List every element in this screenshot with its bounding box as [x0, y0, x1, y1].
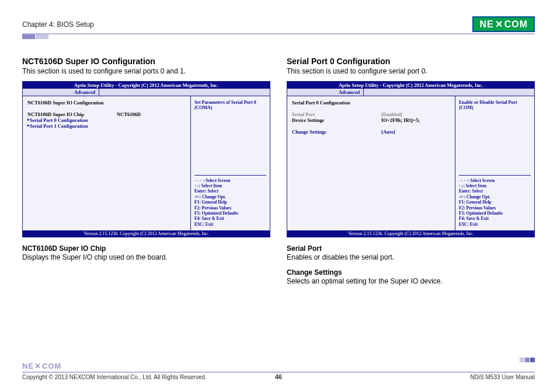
copyright-text: Copyright © 2013 NEXCOM International Co… — [22, 374, 207, 380]
section-title: NCT6106D Super IO Configuration — [22, 57, 270, 66]
section-subtitle: This section is used to configure serial… — [287, 67, 535, 75]
bios-help-text: Enable or Disable Serial Port (COM) — [459, 100, 531, 175]
bios-tab-advanced[interactable]: Advanced — [335, 89, 364, 96]
brand-logo: NE✕COM — [472, 16, 535, 32]
bios-row: Device Settings — [292, 117, 381, 123]
desc-text: Selects an optimal setting for the Super… — [287, 277, 535, 285]
page-number: 46 — [275, 373, 282, 380]
bios-screenshot-left: Aptio Setup Utility - Copyright (C) 2012… — [22, 81, 270, 237]
bios-help-text: Set Parameters of Serial Port 0 (COMA) — [194, 100, 266, 175]
footer-logo: NE✕COM — [22, 362, 535, 370]
decoration — [22, 34, 35, 39]
chapter-label: Chapter 4: BIOS Setup — [22, 20, 94, 29]
bios-screenshot-right: Aptio Setup Utility - Copyright (C) 2012… — [287, 81, 535, 237]
desc-heading: NCT6106D Super IO Chip — [22, 244, 270, 253]
desc-heading: Change Settings — [287, 268, 535, 276]
bios-tab-advanced[interactable]: Advanced — [71, 89, 99, 96]
bios-footer: Version 2.15.1236. Copyright (C) 2012 Am… — [287, 230, 534, 237]
section-title: Serial Port 0 Configuration — [287, 57, 535, 66]
decoration — [520, 358, 535, 362]
bios-row-link[interactable]: Serial Port 0 Configuration — [30, 117, 186, 123]
section-subtitle: This section is used to configure serial… — [22, 67, 270, 75]
bios-key-legend: →←: Select Screen ↑↓: Select Item Enter:… — [194, 175, 266, 227]
bios-title: Aptio Setup Utility - Copyright (C) 2012… — [23, 82, 270, 89]
desc-text: Enables or disables the serial port. — [287, 253, 535, 261]
bios-row-link[interactable]: Serial Port 1 Configuration — [30, 123, 186, 129]
bios-footer: Version 2.15.1236. Copyright (C) 2012 Am… — [23, 230, 270, 237]
manual-name: NDiS M533 User Manual — [470, 374, 535, 380]
bios-key-legend: →←: Select Screen ↑↓: Select Item Enter:… — [459, 175, 531, 227]
bios-row: Serial Port 0 Configuration — [292, 100, 450, 106]
bios-row[interactable]: Serial Port — [292, 111, 381, 117]
desc-heading: Serial Port — [287, 244, 535, 253]
desc-text: Displays the Super I/O chip used on the … — [22, 253, 270, 261]
bios-menu-pane[interactable]: Serial Port 0 Configuration Serial Port[… — [287, 96, 455, 230]
bios-menu-pane[interactable]: NCT6106D Super IO Configuration NCT6106D… — [23, 96, 191, 230]
bios-row[interactable]: Change Settings — [292, 129, 381, 135]
bios-row: NCT6106D Super IO Configuration — [27, 100, 117, 106]
bios-row: NCT6106D Super IO Chip — [27, 111, 117, 117]
decoration — [36, 34, 48, 39]
bios-title: Aptio Setup Utility - Copyright (C) 2012… — [287, 82, 534, 89]
